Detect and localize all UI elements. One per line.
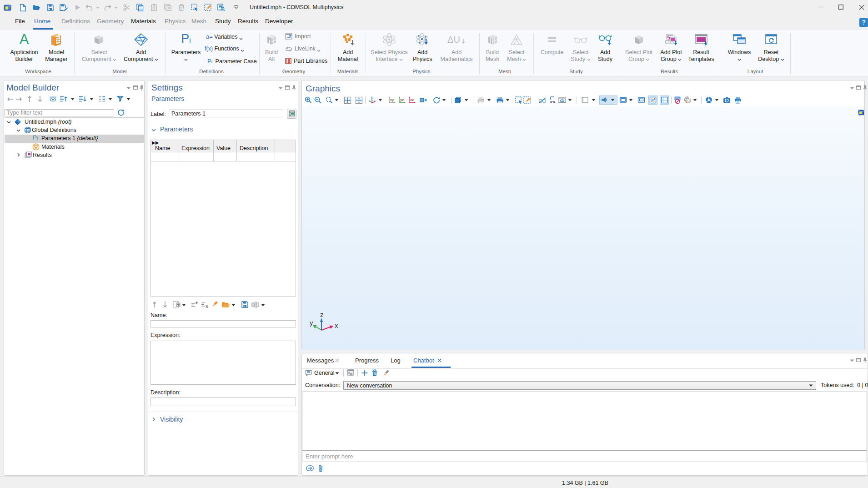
- svg-text:xy: xy: [390, 98, 394, 102]
- svg-text:yz: yz: [400, 98, 404, 102]
- svg-text:y: y: [310, 319, 313, 327]
- svg-text:x: x: [335, 322, 338, 329]
- svg-text:xz: xz: [410, 98, 414, 102]
- svg-text:z: z: [320, 312, 324, 318]
